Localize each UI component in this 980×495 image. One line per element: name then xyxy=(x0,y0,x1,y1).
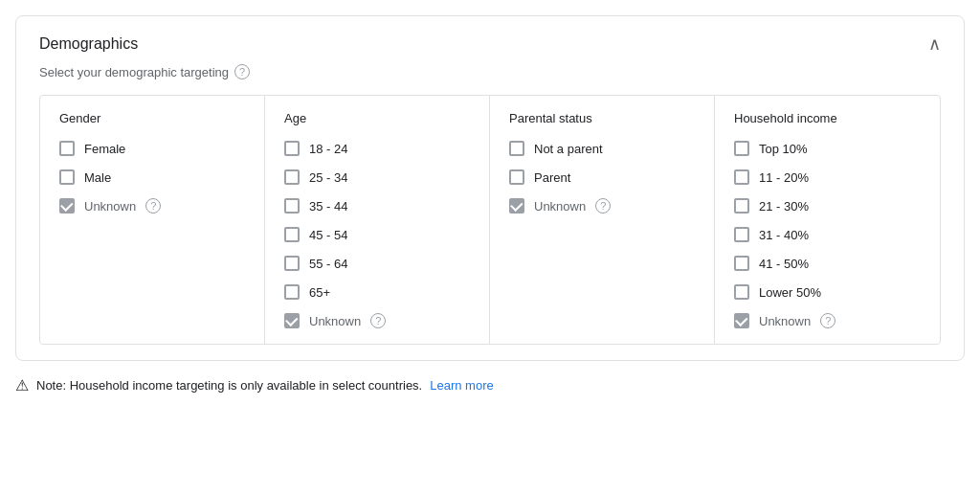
checkbox-row: Female xyxy=(59,141,245,156)
checkbox-age-0[interactable] xyxy=(284,141,300,156)
demographics-table: GenderFemaleMaleUnknown?Age18 - 2425 - 3… xyxy=(39,95,941,345)
checkbox-household-income-2[interactable] xyxy=(734,198,749,214)
checkbox-row: 11 - 20% xyxy=(734,169,921,185)
checkbox-label-gender-2: Unknown xyxy=(84,199,136,214)
notice-text: Note: Household income targeting is only… xyxy=(36,378,422,393)
checkbox-label-household-income-5: Lower 50% xyxy=(759,285,821,300)
checkbox-gender-1[interactable] xyxy=(59,169,75,185)
col-household-income: Household incomeTop 10%11 - 20%21 - 30%3… xyxy=(715,96,940,344)
checkbox-household-income-1[interactable] xyxy=(734,169,749,185)
checkbox-row: Unknown? xyxy=(509,198,695,214)
checkbox-gender-2[interactable] xyxy=(59,198,75,214)
checkbox-label-household-income-1: 11 - 20% xyxy=(759,170,809,185)
checkbox-label-parental-status-0: Not a parent xyxy=(534,142,603,156)
checkbox-label-age-1: 25 - 34 xyxy=(309,170,347,185)
help-icon-gender-2[interactable]: ? xyxy=(145,198,161,214)
col-parental-status: Parental statusNot a parentParentUnknown… xyxy=(490,96,715,344)
checkbox-row: 65+ xyxy=(284,284,470,300)
warning-icon: ⚠ xyxy=(15,376,29,394)
checkbox-label-household-income-0: Top 10% xyxy=(759,142,808,156)
checkbox-row: Not a parent xyxy=(509,141,695,156)
checkbox-row: 35 - 44 xyxy=(284,198,470,214)
checkbox-label-gender-0: Female xyxy=(84,142,125,156)
checkbox-label-age-0: 18 - 24 xyxy=(309,142,347,156)
checkbox-row: Unknown? xyxy=(734,313,921,328)
demographics-card: Demographics ∧ Select your demographic t… xyxy=(15,15,965,361)
collapse-icon[interactable]: ∧ xyxy=(928,35,941,53)
checkbox-row: Unknown? xyxy=(284,313,470,328)
checkbox-household-income-6[interactable] xyxy=(734,313,749,328)
col-gender: GenderFemaleMaleUnknown? xyxy=(40,96,265,344)
col-header-gender: Gender xyxy=(59,111,245,125)
checkbox-row: 18 - 24 xyxy=(284,141,470,156)
checkbox-label-age-2: 35 - 44 xyxy=(309,199,347,214)
help-icon-age-6[interactable]: ? xyxy=(370,313,386,328)
checkbox-row: Parent xyxy=(509,169,695,185)
checkbox-row: 25 - 34 xyxy=(284,169,470,185)
checkbox-age-3[interactable] xyxy=(284,227,300,242)
checkbox-household-income-5[interactable] xyxy=(734,284,749,300)
checkbox-label-age-4: 55 - 64 xyxy=(309,257,347,271)
checkbox-row: Top 10% xyxy=(734,141,921,156)
checkbox-household-income-0[interactable] xyxy=(734,141,749,156)
checkbox-row: 31 - 40% xyxy=(734,227,921,242)
checkbox-age-1[interactable] xyxy=(284,169,300,185)
checkbox-row: 45 - 54 xyxy=(284,227,470,242)
checkbox-row: Lower 50% xyxy=(734,284,921,300)
card-title: Demographics xyxy=(39,35,138,53)
card-header: Demographics ∧ xyxy=(39,35,941,53)
subtitle-help-icon[interactable]: ? xyxy=(234,64,250,79)
col-header-household-income: Household income xyxy=(734,111,921,125)
subtitle: Select your demographic targeting ? xyxy=(39,64,941,79)
checkbox-label-gender-1: Male xyxy=(84,170,111,185)
col-age: Age18 - 2425 - 3435 - 4445 - 5455 - 6465… xyxy=(265,96,490,344)
checkbox-row: Male xyxy=(59,169,245,185)
checkbox-parental-status-2[interactable] xyxy=(509,198,524,214)
checkbox-row: Unknown? xyxy=(59,198,245,214)
col-header-parental-status: Parental status xyxy=(509,111,695,125)
checkbox-label-household-income-6: Unknown xyxy=(759,314,811,328)
checkbox-age-6[interactable] xyxy=(284,313,300,328)
checkbox-age-5[interactable] xyxy=(284,284,300,300)
checkbox-parental-status-0[interactable] xyxy=(509,141,524,156)
help-icon-household-income-6[interactable]: ? xyxy=(820,313,835,328)
checkbox-gender-0[interactable] xyxy=(59,141,75,156)
checkbox-label-household-income-3: 31 - 40% xyxy=(759,228,809,242)
checkbox-household-income-3[interactable] xyxy=(734,227,749,242)
checkbox-label-age-5: 65+ xyxy=(309,285,330,300)
checkbox-label-household-income-4: 41 - 50% xyxy=(759,257,809,271)
checkbox-label-household-income-2: 21 - 30% xyxy=(759,199,809,214)
checkbox-household-income-4[interactable] xyxy=(734,256,749,271)
checkbox-row: 41 - 50% xyxy=(734,256,921,271)
checkbox-label-age-3: 45 - 54 xyxy=(309,228,347,242)
checkbox-label-parental-status-1: Parent xyxy=(534,170,570,185)
checkbox-label-parental-status-2: Unknown xyxy=(534,199,586,214)
checkbox-row: 21 - 30% xyxy=(734,198,921,214)
checkbox-label-age-6: Unknown xyxy=(309,314,361,328)
checkbox-parental-status-1[interactable] xyxy=(509,169,524,185)
learn-more-link[interactable]: Learn more xyxy=(430,378,493,393)
checkbox-age-2[interactable] xyxy=(284,198,300,214)
checkbox-age-4[interactable] xyxy=(284,256,300,271)
help-icon-parental-status-2[interactable]: ? xyxy=(595,198,611,214)
notice-bar: ⚠ Note: Household income targeting is on… xyxy=(15,376,965,394)
col-header-age: Age xyxy=(284,111,470,125)
checkbox-row: 55 - 64 xyxy=(284,256,470,271)
